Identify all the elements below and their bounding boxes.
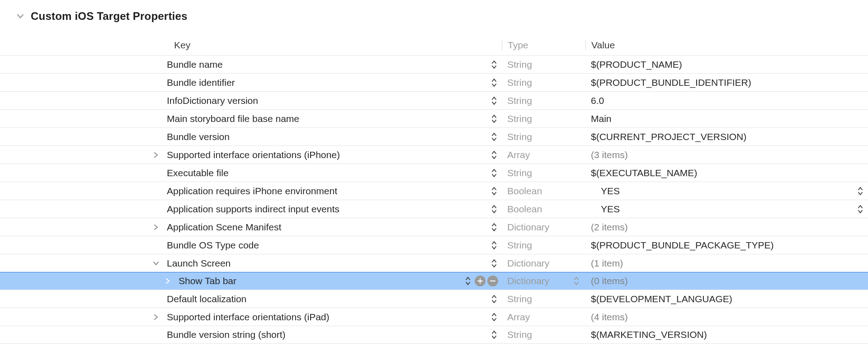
key-stepper-icon[interactable] <box>490 222 498 232</box>
key-stepper-icon[interactable] <box>490 330 498 340</box>
plist-type[interactable]: Boolean <box>507 186 542 197</box>
plist-key[interactable]: Bundle version string (short) <box>167 329 286 340</box>
plist-value[interactable]: YES <box>591 204 620 215</box>
plist-value[interactable]: $(PRODUCT_NAME) <box>591 59 682 70</box>
plist-value[interactable]: $(PRODUCT_BUNDLE_IDENTIFIER) <box>591 77 751 88</box>
plist-row[interactable]: Application Scene ManifestDictionary(2 i… <box>0 218 868 236</box>
key-stepper-icon[interactable] <box>490 186 498 196</box>
plist-value[interactable]: $(PRODUCT_BUNDLE_PACKAGE_TYPE) <box>591 240 774 251</box>
key-stepper-icon[interactable] <box>464 276 472 286</box>
plist-type[interactable]: String <box>507 77 532 88</box>
key-stepper-icon[interactable] <box>490 132 498 142</box>
plist-key[interactable]: Bundle OS Type code <box>167 240 259 251</box>
key-stepper-icon[interactable] <box>490 204 498 214</box>
key-stepper-icon[interactable] <box>490 312 498 322</box>
key-stepper-icon[interactable] <box>490 240 498 250</box>
plist-key[interactable]: Show Tab bar <box>179 276 236 286</box>
chevron-right-icon[interactable] <box>152 151 160 159</box>
plist-row[interactable]: Show Tab barDictionary(0 items) <box>0 272 868 290</box>
section-header[interactable]: Custom iOS Target Properties <box>0 0 868 23</box>
plist-type[interactable]: String <box>507 240 532 251</box>
plist-type[interactable]: String <box>507 294 532 304</box>
plist-row[interactable]: Bundle identifierString$(PRODUCT_BUNDLE_… <box>0 73 868 91</box>
chevron-right-icon[interactable] <box>152 314 160 321</box>
plist-row[interactable]: Supported interface orientations (iPhone… <box>0 145 868 164</box>
plist-value[interactable]: $(CURRENT_PROJECT_VERSION) <box>591 131 746 142</box>
add-row-button[interactable] <box>475 276 486 286</box>
plist-type[interactable]: Array <box>507 312 530 323</box>
chevron-right-icon[interactable] <box>152 224 160 231</box>
plist-row[interactable]: Default localizationString$(DEVELOPMENT_… <box>0 290 868 308</box>
plist-type[interactable]: String <box>507 59 532 70</box>
column-header-value[interactable]: Value <box>585 40 868 51</box>
plist-key[interactable]: Application supports indirect input even… <box>167 204 340 215</box>
plist-type[interactable]: String <box>507 95 532 106</box>
plist-value[interactable]: $(EXECUTABLE_NAME) <box>591 168 697 178</box>
key-stepper-icon[interactable] <box>490 60 498 70</box>
key-stepper-icon[interactable] <box>490 258 498 268</box>
plist-key[interactable]: Supported interface orientations (iPad) <box>167 312 330 323</box>
plist-row[interactable]: Main storyboard file base nameStringMain <box>0 109 868 127</box>
plist-type[interactable]: String <box>507 113 532 124</box>
plist-row[interactable]: Bundle nameString$(PRODUCT_NAME) <box>0 55 868 73</box>
plist-row[interactable]: Application supports indirect input even… <box>0 200 868 218</box>
plist-key[interactable]: Application requires iPhone environment <box>167 186 337 197</box>
key-stepper-icon[interactable] <box>490 114 498 124</box>
value-stepper-icon[interactable] <box>856 186 864 196</box>
type-stepper-icon[interactable] <box>574 276 582 286</box>
plist-row[interactable]: Bundle version string (short)String$(MAR… <box>0 326 868 344</box>
plist-key[interactable]: Application Scene Manifest <box>167 222 281 233</box>
column-header-key[interactable]: Key <box>142 40 502 51</box>
section-title: Custom iOS Target Properties <box>31 10 188 23</box>
plist-value[interactable]: Main <box>591 113 612 124</box>
plist-value[interactable]: 6.0 <box>591 95 604 106</box>
key-stepper-icon[interactable] <box>490 294 498 304</box>
key-stepper-icon[interactable] <box>490 168 498 178</box>
section-disclosure-icon[interactable] <box>16 12 24 20</box>
plist-type[interactable]: Boolean <box>507 204 542 215</box>
plist-row[interactable]: Bundle versionString$(CURRENT_PROJECT_VE… <box>0 127 868 145</box>
plist-row[interactable]: Launch ScreenDictionary(1 item) <box>0 254 868 272</box>
plist-key[interactable]: Executable file <box>167 168 229 178</box>
key-stepper-icon[interactable] <box>490 150 498 160</box>
plist-type[interactable]: Dictionary <box>507 276 549 286</box>
plist-row[interactable]: Bundle OS Type codeString$(PRODUCT_BUNDL… <box>0 236 868 254</box>
plist-type[interactable]: Array <box>507 150 530 160</box>
key-stepper-icon[interactable] <box>490 78 498 88</box>
plist-value[interactable]: $(DEVELOPMENT_LANGUAGE) <box>591 294 732 304</box>
chevron-down-icon[interactable] <box>152 260 160 267</box>
plist-value[interactable]: YES <box>591 186 620 197</box>
remove-row-button[interactable] <box>487 276 498 286</box>
plist-type[interactable]: String <box>507 329 532 340</box>
plist-value[interactable]: $(MARKETING_VERSION) <box>591 329 707 340</box>
plist-value: (2 items) <box>591 222 628 233</box>
plist-editor: Key Type Value Bundle nameString$(PRODUC… <box>0 40 868 344</box>
plist-row[interactable]: InfoDictionary versionString6.0 <box>0 91 868 109</box>
plist-key[interactable]: Bundle identifier <box>167 77 235 88</box>
plist-key[interactable]: Supported interface orientations (iPhone… <box>167 150 340 160</box>
plist-key[interactable]: Main storyboard file base name <box>167 113 299 124</box>
plist-row[interactable]: Supported interface orientations (iPad)A… <box>0 308 868 326</box>
plist-value: (3 items) <box>591 150 628 160</box>
plist-value: (0 items) <box>591 276 628 286</box>
key-stepper-icon[interactable] <box>490 96 498 106</box>
chevron-right-icon[interactable] <box>164 277 171 285</box>
plist-type[interactable]: String <box>507 131 532 142</box>
plist-key[interactable]: Launch Screen <box>167 258 231 269</box>
plist-type[interactable]: Dictionary <box>507 258 549 269</box>
plist-type[interactable]: String <box>507 168 532 178</box>
plist-value: (1 item) <box>591 258 623 269</box>
column-header-type[interactable]: Type <box>502 40 585 51</box>
value-stepper-icon[interactable] <box>856 204 864 214</box>
plist-key[interactable]: InfoDictionary version <box>167 95 258 106</box>
column-header-row: Key Type Value <box>0 40 868 55</box>
plist-type[interactable]: Dictionary <box>507 222 549 233</box>
plist-row[interactable]: Executable fileString$(EXECUTABLE_NAME) <box>0 164 868 182</box>
plist-value: (4 items) <box>591 312 628 323</box>
plist-row[interactable]: Application requires iPhone environmentB… <box>0 182 868 200</box>
plist-key[interactable]: Bundle name <box>167 59 223 70</box>
plist-key[interactable]: Bundle version <box>167 131 230 142</box>
plist-key[interactable]: Default localization <box>167 294 246 304</box>
